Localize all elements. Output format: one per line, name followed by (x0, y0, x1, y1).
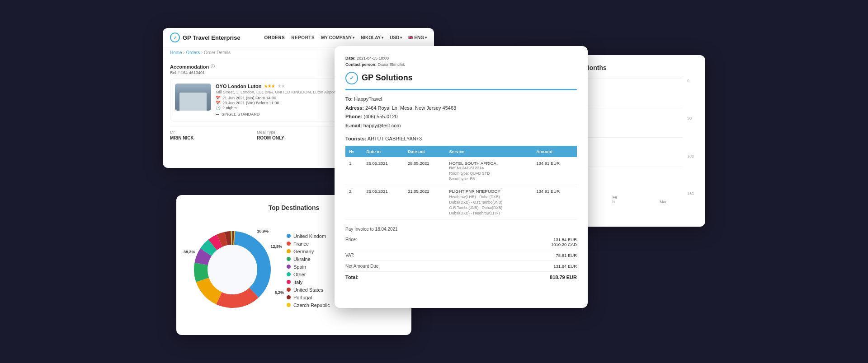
legend-item: United States (287, 287, 330, 293)
invoice-table: № Date in Date out Service Amount 1 25.0… (345, 146, 577, 219)
hotel-room: 🛏 SINGLE STANDARD (216, 112, 336, 116)
col-datein: Date in (363, 146, 404, 157)
legend-dot (287, 257, 291, 261)
pay-invoice: Pay Invoice to 18.04.2021 (345, 227, 577, 232)
invoice-footer: Pay Invoice to 18.04.2021 Price: 131.84 … (345, 227, 577, 280)
legend-dot (287, 303, 291, 307)
hotel-dates: 📅21 Jun 2021 (Mo) From 14:00 📅23 Jun 202… (216, 96, 336, 110)
order-ref: Ref # 164-4613401 (170, 70, 215, 75)
legend-item: Italy (287, 279, 330, 285)
legend-dot (287, 234, 291, 238)
gp-logo-icon: ✓ (345, 72, 358, 84)
invoice-to: To: HappyTravel Adress: 2464 Royal Ln. M… (345, 95, 577, 130)
pct-8-label: 8,2% (274, 290, 284, 295)
legend-dot (287, 265, 291, 269)
logo-icon: ✓ (170, 33, 180, 42)
legend-item: Ukraine (287, 256, 330, 262)
svg-point-10 (208, 245, 257, 294)
y-axis-right: 150 100 50 0 (687, 79, 696, 205)
nav-eng[interactable]: 🇬🇧 ENG ▾ (408, 35, 427, 40)
pct-13-label: 12,8% (270, 244, 282, 249)
legend-item: Germany (287, 249, 330, 254)
nav-usd[interactable]: USD ▾ (390, 35, 402, 40)
donut-svg (187, 224, 278, 315)
chevron-down-icon: ▾ (353, 36, 354, 40)
table-row: 1 25.05.2021 28.05.2021 HOTEL SOUTH AFRI… (345, 157, 577, 185)
hotel-image (175, 84, 211, 111)
pct-19-label: 18,9% (257, 229, 269, 233)
legend-dot (287, 272, 291, 276)
legend-dot (287, 249, 291, 253)
col-service: Service (446, 146, 533, 157)
chevron-down-icon: ▾ (400, 36, 402, 40)
invoice-amounts: Price: 131.84 EUR 1010.20 CAD VAT: 78.81… (345, 237, 577, 280)
breadcrumb-home[interactable]: Home (170, 50, 182, 55)
breadcrumb-current: Order Details (204, 50, 231, 55)
hotel-stars: ★★★ (264, 84, 275, 88)
hotel-address: Mill Street, 1, London, LU1 2NA, UNITED … (216, 90, 336, 94)
legend-dot (287, 280, 291, 284)
gp-solutions-logo: ✓ GP Solutions (345, 72, 577, 84)
legend-item: Portugal (287, 295, 330, 300)
legend: United Kindom France Germany Ukraine Spa… (287, 233, 330, 308)
invoice-card: Date: 2021-04-15 10:08 Contact person: D… (335, 46, 588, 308)
col-num: № (345, 146, 363, 157)
legend-item: Spain (287, 264, 330, 270)
chevron-down-icon: ▾ (425, 36, 427, 40)
legend-dot (287, 295, 291, 299)
legend-dot (287, 288, 291, 292)
nav-nikolay[interactable]: NIKOLAY ▾ (361, 35, 383, 40)
breadcrumb-orders[interactable]: Orders (186, 50, 200, 55)
legend-item: Czerch Republic (287, 302, 330, 308)
hotel-name: OYO London Luton (216, 84, 261, 89)
guest-meal: ROOM ONLY (257, 135, 340, 140)
nav-orders[interactable]: ORDERS (264, 35, 285, 40)
nav-links: ORDERS REPORTS MY COMPANY ▾ NIKOLAY ▾ US… (264, 35, 427, 40)
col-amount: Amount (533, 146, 577, 157)
invoice-divider (345, 89, 577, 90)
hotel-info: OYO London Luton ★★★ ★★ Mill Street, 1, … (216, 84, 336, 116)
nav-bar: ✓ GP Travel Enterprise ORDERS REPORTS MY… (163, 28, 434, 47)
donut-title: Top Destinations (269, 204, 320, 211)
invoice-meta: Date: 2021-04-15 10:08 Contact person: D… (345, 55, 577, 68)
chevron-down-icon: ▾ (382, 36, 383, 40)
order-type: Accommodation ⓘ (170, 64, 215, 70)
legend-item: France (287, 241, 330, 247)
logo: ✓ GP Travel Enterprise (170, 33, 241, 42)
legend-dot (287, 242, 291, 246)
guest-name: MRIN NICK (170, 135, 253, 140)
col-dateout: Date out (404, 146, 446, 157)
table-row: 2 25.05.2021 31.05.2021 FLIGHT PNR NПEPU… (345, 185, 577, 219)
bar-label-mar: Mar (660, 200, 667, 204)
donut-chart: 38,3% 18,9% 12,8% 8,2% (187, 224, 278, 315)
nav-reports[interactable]: REPORTS (291, 35, 315, 40)
legend-item: United Kindom (287, 233, 330, 239)
nav-mycompany[interactable]: MY COMPANY ▾ (321, 35, 354, 40)
pct-38-label: 38,3% (184, 250, 195, 254)
bar-label-feb: Feb (613, 195, 618, 204)
legend-item: Other (287, 272, 330, 277)
tourists: Tourists: ARTUT GABRIELYAN+3 (345, 136, 577, 141)
